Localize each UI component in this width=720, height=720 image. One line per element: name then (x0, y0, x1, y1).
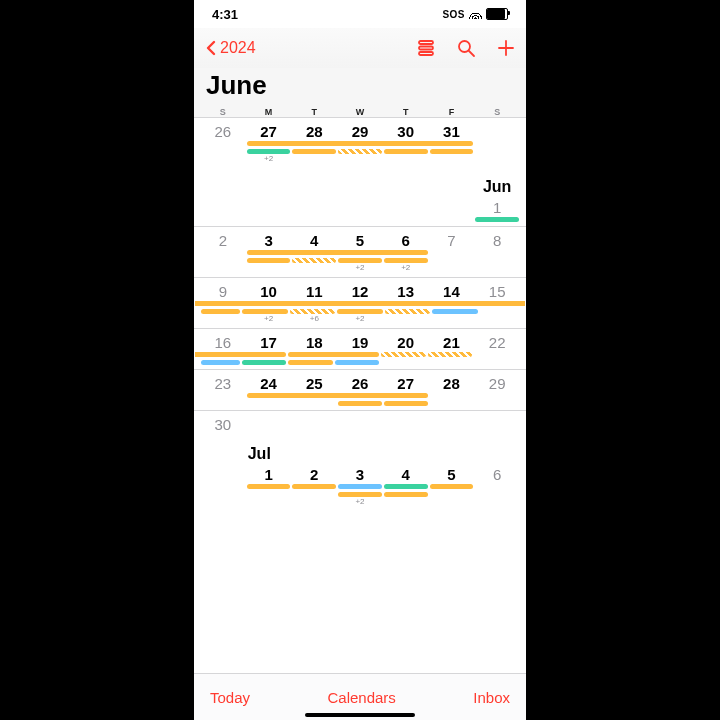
calendars-button[interactable]: Calendars (327, 689, 395, 706)
event-bar[interactable] (247, 393, 428, 398)
day-cell[interactable]: 29 (337, 120, 383, 140)
event-bar[interactable] (432, 309, 477, 314)
today-button[interactable]: Today (210, 689, 250, 706)
event-bar[interactable] (428, 352, 473, 357)
event-bar[interactable] (247, 250, 428, 255)
event-bar[interactable] (338, 258, 382, 263)
event-bar[interactable] (338, 492, 382, 497)
day-cell[interactable]: 8 (474, 229, 520, 249)
day-cell[interactable]: 16 (200, 331, 246, 351)
day-cell[interactable]: 18 (291, 331, 337, 351)
event-bar[interactable] (381, 352, 426, 357)
event-bar[interactable] (290, 309, 335, 314)
day-cell[interactable]: 30 (200, 413, 246, 433)
event-bar[interactable] (338, 401, 382, 406)
day-cell[interactable]: 3 (337, 463, 383, 483)
day-cell[interactable]: 10 (246, 280, 292, 300)
day-cell[interactable]: 17 (246, 331, 292, 351)
event-bar[interactable] (475, 217, 519, 222)
dow-tue: T (291, 107, 337, 117)
event-bar[interactable] (338, 149, 382, 154)
inbox-button[interactable]: Inbox (473, 689, 510, 706)
day-cell[interactable]: 22 (474, 331, 520, 351)
event-bar[interactable] (384, 492, 428, 497)
day-cell[interactable]: 27 (246, 120, 292, 140)
event-bar[interactable] (292, 149, 336, 154)
day-cell[interactable]: 1 (246, 463, 292, 483)
event-bar[interactable] (242, 309, 287, 314)
event-bar[interactable] (247, 149, 291, 154)
event-bar[interactable] (292, 484, 336, 489)
day-cell[interactable]: 27 (383, 372, 429, 392)
event-bar[interactable] (288, 360, 333, 365)
day-cell[interactable]: 15 (474, 280, 520, 300)
month-label-inline: Jun (474, 174, 520, 196)
event-bar[interactable] (288, 352, 379, 357)
day-cell[interactable]: 4 (291, 229, 337, 249)
day-cell[interactable]: 6 (474, 463, 520, 483)
add-button[interactable] (496, 38, 516, 58)
day-cell[interactable]: 6 (383, 229, 429, 249)
day-cell[interactable]: 9 (200, 280, 246, 300)
day-cell[interactable]: 7 (429, 229, 475, 249)
event-bar[interactable] (195, 352, 286, 357)
day-cell[interactable]: 11 (291, 280, 337, 300)
week-row: 9 10 11 12 13 14 15 (194, 277, 526, 328)
event-bar[interactable] (385, 309, 430, 314)
day-cell[interactable]: 3 (246, 229, 292, 249)
battery-icon (486, 8, 508, 20)
back-button[interactable]: 2024 (204, 39, 256, 57)
day-cell[interactable]: 25 (291, 372, 337, 392)
list-view-button[interactable] (416, 38, 436, 58)
status-bar: 4:31 SOS (194, 0, 526, 28)
day-cell[interactable]: 13 (383, 280, 429, 300)
day-cell[interactable]: 28 (291, 120, 337, 140)
event-bar[interactable] (384, 258, 428, 263)
home-indicator[interactable] (305, 713, 415, 717)
day-cell[interactable]: 21 (429, 331, 475, 351)
event-bar[interactable] (201, 360, 240, 365)
svg-rect-2 (419, 52, 433, 55)
day-cell[interactable]: 5 (337, 229, 383, 249)
dow-sat: S (474, 107, 520, 117)
day-cell[interactable]: 12 (337, 280, 383, 300)
calendar-scroll[interactable]: 26 27 28 29 30 31 (194, 117, 526, 673)
event-bar[interactable] (242, 360, 287, 365)
dow-wed: W (337, 107, 383, 117)
day-cell[interactable]: 19 (337, 331, 383, 351)
event-bar[interactable] (195, 301, 525, 306)
day-cell[interactable]: 2 (291, 463, 337, 483)
week-row: 2 3 4 5 6 7 8 (194, 226, 526, 277)
event-bar[interactable] (384, 484, 428, 489)
day-cell[interactable]: 20 (383, 331, 429, 351)
event-bar[interactable] (247, 258, 291, 263)
day-cell[interactable]: 26 (337, 372, 383, 392)
event-bar[interactable] (247, 484, 291, 489)
day-cell[interactable] (474, 120, 520, 140)
day-cell[interactable]: 31 (429, 120, 475, 140)
more-count: +2 (337, 497, 383, 507)
day-cell[interactable]: 26 (200, 120, 246, 140)
more-count: +6 (291, 314, 337, 324)
event-bar[interactable] (430, 484, 474, 489)
event-bar[interactable] (384, 401, 428, 406)
day-cell[interactable]: 1 (474, 196, 520, 216)
event-bar[interactable] (338, 484, 382, 489)
day-cell[interactable]: 28 (429, 372, 475, 392)
event-bar[interactable] (292, 258, 336, 263)
event-bar[interactable] (430, 149, 474, 154)
day-cell[interactable]: 29 (474, 372, 520, 392)
event-bar[interactable] (335, 360, 380, 365)
day-cell[interactable]: 24 (246, 372, 292, 392)
event-bar[interactable] (247, 141, 474, 146)
day-cell[interactable]: 5 (429, 463, 475, 483)
event-bar[interactable] (384, 149, 428, 154)
event-bar[interactable] (201, 309, 240, 314)
day-cell[interactable]: 4 (383, 463, 429, 483)
day-cell[interactable]: 23 (200, 372, 246, 392)
event-bar[interactable] (337, 309, 382, 314)
day-cell[interactable]: 14 (429, 280, 475, 300)
day-cell[interactable]: 2 (200, 229, 246, 249)
day-cell[interactable]: 30 (383, 120, 429, 140)
search-button[interactable] (456, 38, 476, 58)
